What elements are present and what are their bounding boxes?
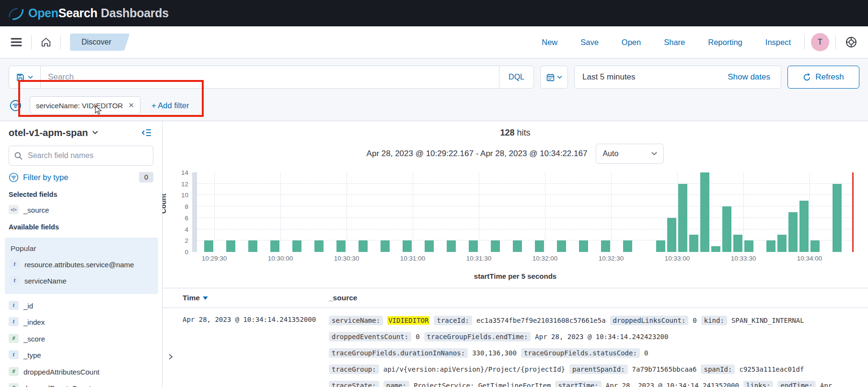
histogram-bar[interactable] [447, 240, 456, 252]
time-column-header[interactable]: Time [162, 294, 329, 302]
breadcrumb-discover[interactable]: Discover [70, 34, 124, 51]
menu-hamburger-icon[interactable] [8, 34, 25, 50]
field-name: serviceName [24, 276, 67, 286]
interval-select[interactable]: Auto [596, 144, 664, 164]
histogram-bar[interactable] [799, 201, 809, 252]
home-icon[interactable] [38, 34, 54, 50]
histogram-bar[interactable] [833, 184, 842, 252]
field-name: _index [23, 318, 45, 327]
query-language-button[interactable]: DQL [499, 66, 533, 88]
refresh-label: Refresh [815, 72, 844, 82]
histogram-bar[interactable] [336, 240, 346, 252]
collapse-sidebar-icon[interactable] [140, 127, 153, 138]
nav-link-open[interactable]: Open [619, 37, 644, 47]
histogram-bar[interactable] [270, 240, 279, 252]
source-key-chip: parentSpanId: [569, 364, 628, 374]
histogram-bar[interactable] [403, 240, 412, 252]
histogram-bar[interactable] [788, 212, 798, 252]
field-search-input[interactable] [27, 151, 148, 160]
field-name: resource.attributes.service@name [24, 260, 134, 270]
refresh-button[interactable]: Refresh [787, 66, 859, 89]
y-tick-label: 2 [185, 237, 188, 244]
field-item-_score[interactable]: #_score [9, 334, 153, 344]
field-item-droppedAttributesCount[interactable]: #droppedAttributesCount [9, 367, 153, 377]
v-gridline [214, 172, 215, 252]
histogram-bar[interactable] [314, 240, 324, 252]
histogram-bar[interactable] [204, 240, 213, 252]
source-key-chip: droppedLinksCount: [610, 316, 689, 325]
field-item-serviceName[interactable]: tserviceName [10, 276, 153, 286]
field-item-resource.attributes.service@name[interactable]: tresource.attributes.service@name [10, 260, 153, 270]
histogram-bar[interactable] [689, 235, 698, 252]
now-marker-line [852, 172, 854, 252]
brand-dashboards: Dashboards [101, 6, 168, 20]
histogram-bar[interactable] [359, 240, 368, 252]
date-picker-button[interactable] [540, 66, 568, 89]
field-name: _score [23, 334, 45, 344]
add-filter-button[interactable]: + Add filter [149, 101, 192, 111]
filter-pill-servicename[interactable]: serviceName: VIDIEDITOR ✕ [30, 96, 140, 114]
chevron-down-icon [92, 131, 98, 135]
time-range-box[interactable]: Last 5 minutes Show dates [574, 66, 781, 89]
y-tick-label: 6 [185, 214, 188, 221]
h-gridline [192, 240, 854, 240]
index-pattern-title[interactable]: otel-v1-apm-span [9, 127, 88, 138]
time-header-label: Time [183, 294, 200, 302]
source-value: c9253a111eac01df [739, 365, 804, 373]
field-item-_index[interactable]: t_index [9, 318, 153, 327]
histogram-bar[interactable] [601, 240, 610, 252]
number-field-icon: # [9, 383, 19, 387]
source-key-chip: startTime: [555, 381, 601, 387]
number-field-icon: # [9, 367, 19, 376]
histogram-bar[interactable] [722, 206, 731, 252]
histogram-bar[interactable] [711, 246, 720, 252]
histogram-bar[interactable] [700, 172, 709, 252]
saved-query-menu-button[interactable] [9, 66, 41, 88]
filter-pill-label: serviceName: VIDIEDITOR [36, 102, 123, 110]
histogram-bar[interactable] [513, 240, 522, 252]
expand-row-icon[interactable] [162, 316, 183, 387]
avatar[interactable]: T [811, 33, 829, 51]
field-item-_id[interactable]: t_id [9, 301, 153, 311]
histogram-bar[interactable] [469, 240, 478, 252]
x-axis-title: startTime per 5 seconds [162, 272, 868, 280]
filter-by-type-button[interactable]: Filter by type 0 [9, 172, 153, 182]
field-item-droppedEventsCount[interactable]: #droppedEventsCount [9, 384, 153, 387]
histogram-plot[interactable] [192, 172, 854, 252]
nav-link-save[interactable]: Save [578, 37, 602, 47]
field-item-_source[interactable]: </>_source [9, 205, 153, 215]
show-dates-button[interactable]: Show dates [725, 72, 773, 82]
histogram-bar[interactable] [248, 240, 257, 252]
y-tick-label: 4 [185, 226, 188, 233]
search-input[interactable] [41, 66, 499, 88]
histogram-bar[interactable] [381, 240, 390, 252]
help-buoy-icon[interactable] [842, 33, 860, 51]
histogram-bar[interactable] [535, 240, 544, 252]
histogram-bar[interactable] [557, 240, 566, 252]
interval-selected-value: Auto [602, 149, 618, 158]
histogram-bar[interactable] [623, 240, 632, 252]
histogram-bar[interactable] [766, 240, 775, 252]
histogram-bar[interactable] [678, 184, 687, 252]
histogram-bar[interactable] [733, 235, 742, 252]
hits-count: 128 [500, 128, 514, 137]
sort-desc-icon [203, 296, 208, 300]
histogram-bar[interactable] [810, 240, 820, 252]
histogram-bar[interactable] [656, 240, 665, 252]
nav-link-inspect[interactable]: Inspect [763, 37, 794, 47]
nav-link-new[interactable]: New [539, 37, 560, 47]
nav-link-share[interactable]: Share [661, 37, 688, 47]
histogram-bar[interactable] [744, 240, 753, 252]
histogram-bar[interactable] [667, 218, 676, 252]
h-gridline [192, 183, 854, 184]
remove-filter-icon[interactable]: ✕ [128, 101, 134, 110]
field-item-_type[interactable]: t_type [9, 351, 153, 360]
filter-circle-icon[interactable] [10, 100, 22, 112]
histogram-bar[interactable] [777, 235, 787, 252]
histogram-bar[interactable] [292, 240, 301, 252]
histogram-bar[interactable] [425, 240, 434, 252]
nav-link-reporting[interactable]: Reporting [705, 37, 745, 47]
histogram-bar[interactable] [579, 240, 588, 252]
histogram-bar[interactable] [491, 240, 500, 252]
histogram-bar[interactable] [226, 240, 235, 252]
